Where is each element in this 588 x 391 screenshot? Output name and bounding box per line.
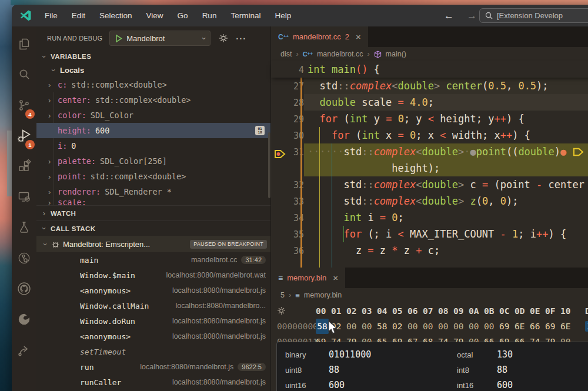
stack-frame[interactable]: runlocalhost:8080/mandelbrot.js9622:5: [36, 359, 270, 375]
variable-palette[interactable]: ›palette:SDL_Color[256]: [36, 153, 270, 169]
gutter[interactable]: 28: [271, 94, 304, 111]
back-arrow-icon[interactable]: ←: [444, 10, 454, 22]
stack-frame[interactable]: Window.$mainlocalhost:8080/mandelbrot.wa…: [36, 268, 270, 283]
stack-frame[interactable]: <anonymous>localhost:8080/mandelbrot.js: [36, 329, 270, 344]
hex-byte[interactable]: 00: [453, 319, 469, 334]
code-line-36[interactable]: 36 z = z * z + c;: [271, 242, 588, 259]
variable-height[interactable]: height:6000110: [36, 123, 270, 138]
menu-go[interactable]: Go: [171, 5, 195, 26]
activity-item-extensions[interactable]: [12, 152, 36, 183]
hex-byte[interactable]: 00: [346, 319, 362, 334]
breadcrumb-item[interactable]: dist: [280, 50, 292, 58]
code-line-29[interactable]: 29 for (int y = 0; y < height; y++) {: [271, 111, 588, 127]
stack-frame[interactable]: mainmandelbrot.cc31:42: [36, 252, 270, 268]
gutter[interactable]: 29: [271, 111, 304, 127]
tab-mandelbrot-cc[interactable]: C++ mandelbrot.cc 2 ×: [271, 26, 368, 47]
menu-help[interactable]: Help: [268, 5, 298, 26]
variables-section-header[interactable]: › VARIABLES: [36, 50, 270, 63]
hex-byte[interactable]: 00: [438, 319, 453, 334]
code-editor[interactable]: 27 std::complex<double> center(0.5, 0.5)…: [271, 78, 588, 268]
gutter[interactable]: 30: [271, 127, 304, 143]
expand-chevron-icon[interactable]: ›: [48, 111, 58, 120]
watch-section-header[interactable]: › WATCH: [36, 205, 270, 220]
command-center-search[interactable]: [Extension Develop: [479, 8, 588, 23]
gutter[interactable]: 27: [271, 78, 304, 94]
expand-chevron-icon[interactable]: ›: [48, 172, 58, 181]
gutter[interactable]: [271, 160, 304, 176]
expand-chevron-icon[interactable]: ›: [48, 157, 58, 166]
variable-color[interactable]: ›color:SDL_Color: [36, 108, 270, 123]
hex-byte[interactable]: 58: [377, 319, 392, 334]
menu-terminal[interactable]: Terminal: [223, 5, 268, 26]
gutter[interactable]: 32: [271, 176, 304, 193]
activity-item-search[interactable]: [12, 61, 36, 91]
expand-chevron-icon[interactable]: ›: [48, 81, 58, 89]
expand-chevron-icon[interactable]: ›: [48, 96, 58, 105]
activity-item-github[interactable]: [12, 275, 36, 305]
activity-item-explorer[interactable]: [12, 30, 36, 61]
code-line-wrap[interactable]: height);: [271, 160, 588, 176]
more-actions-icon[interactable]: ···: [236, 34, 246, 44]
launch-config-dropdown[interactable]: Mandelbrot ›: [109, 31, 211, 46]
stack-frame[interactable]: Window.callMainlocalhost:8080/mandelbro.…: [36, 298, 270, 313]
code-line-30[interactable]: 30 for (int x = 0; x < width; x++) {: [271, 127, 588, 143]
view-binary-icon[interactable]: 0110: [255, 126, 265, 135]
code-line-31[interactable]: 31······std::complex<double>·●point((dou…: [271, 143, 588, 160]
hex-settings-gear-icon[interactable]: [277, 306, 286, 315]
breadcrumb-item[interactable]: 5: [280, 291, 285, 299]
close-icon[interactable]: ×: [356, 32, 361, 42]
stack-frame[interactable]: Window.doRunlocalhost:8080/mandelbrot.js: [36, 313, 270, 329]
gutter[interactable]: 31: [271, 143, 304, 160]
code-line-27[interactable]: 27 std::complex<double> center(0.5, 0.5)…: [271, 78, 588, 94]
stack-frame[interactable]: setTimeout: [36, 344, 270, 359]
activity-item-remote-explorer[interactable]: [12, 183, 36, 213]
hex-byte[interactable]: 6E: [560, 319, 576, 334]
gutter[interactable]: 33: [271, 193, 304, 209]
menu-run[interactable]: Run: [195, 5, 224, 26]
start-debugging-icon[interactable]: [115, 34, 123, 43]
hex-byte[interactable]: 58: [316, 319, 329, 334]
stack-frame[interactable]: runCallerlocalhost:8080/mandelbrot.js: [36, 375, 270, 390]
hex-byte[interactable]: 69: [545, 319, 560, 334]
hex-byte[interactable]: 66: [530, 319, 545, 334]
hex-byte[interactable]: 00: [407, 319, 423, 334]
activity-item-edge-devtools[interactable]: [12, 305, 36, 336]
hex-byte[interactable]: 69: [499, 319, 514, 334]
forward-arrow-icon[interactable]: →: [467, 10, 477, 22]
hex-byte[interactable]: 00: [362, 319, 377, 334]
sidebar-scrollbar[interactable]: [268, 132, 270, 198]
activity-item-testing[interactable]: [12, 213, 36, 244]
debug-session-row[interactable]: › Mandelbrot: Emscripten... PAUSED ON BR…: [36, 236, 270, 252]
code-line-32[interactable]: 32 std::complex<double> c = (point - cen…: [271, 176, 588, 193]
locals-scope-header[interactable]: › Locals: [36, 63, 270, 77]
menu-selection[interactable]: Selection: [92, 5, 139, 26]
breadcrumb-item[interactable]: main(): [386, 50, 406, 58]
tab-memory-bin[interactable]: ≡ memory.bin ×: [271, 268, 345, 288]
variable-scale[interactable]: ›scale:: [36, 199, 270, 205]
gutter[interactable]: 34: [271, 209, 304, 226]
close-icon[interactable]: ×: [333, 273, 338, 283]
gutter[interactable]: 36: [271, 242, 304, 259]
variable-point[interactable]: ›point:std::complex<double>: [36, 169, 270, 184]
variable-renderer[interactable]: ›renderer:SDL_Renderer *: [36, 184, 270, 199]
activity-item-run-and-debug[interactable]: 1: [12, 122, 36, 152]
hex-byte[interactable]: 00: [469, 319, 484, 334]
variable-c[interactable]: ›c:std::complex<double>: [36, 77, 270, 92]
call-stack-section-header[interactable]: › CALL STACK: [36, 220, 270, 236]
gutter[interactable]: 35: [271, 226, 304, 242]
activity-item-live-share[interactable]: [12, 336, 36, 366]
menu-view[interactable]: View: [139, 5, 171, 26]
activity-item-gitlens[interactable]: [12, 244, 36, 275]
hex-byte[interactable]: 00: [484, 319, 499, 334]
breadcrumb-item[interactable]: mandelbrot.cc: [317, 50, 363, 58]
breadcrumb-item[interactable]: memory.bin: [304, 291, 342, 299]
sticky-scroll-line[interactable]: 4 int main() {: [271, 61, 588, 78]
code-line-28[interactable]: 28 double scale = 4.0;: [271, 94, 588, 111]
activity-item-source-control[interactable]: 4: [12, 91, 36, 122]
hex-byte[interactable]: 6E: [514, 319, 530, 334]
stack-frame[interactable]: <anonymous>localhost:8080/mandelbrot.js: [36, 283, 270, 298]
menu-edit[interactable]: Edit: [65, 5, 92, 26]
code-line-34[interactable]: 34 int i = 0;: [271, 209, 588, 226]
code-line-33[interactable]: 33 std::complex<double> z(0, 0);: [271, 193, 588, 209]
debug-settings-gear-icon[interactable]: [219, 34, 228, 43]
